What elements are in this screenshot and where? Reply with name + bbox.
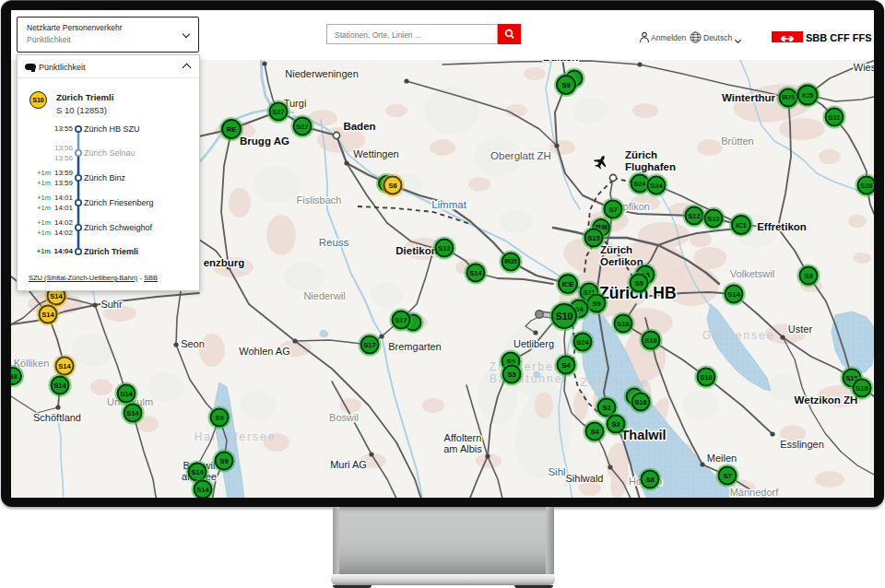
svg-text:enzburg: enzburg	[204, 257, 245, 268]
svg-text:Meilen: Meilen	[707, 453, 737, 464]
svg-text:S5: S5	[507, 370, 515, 379]
svg-text:Hallwilersee: Hallwilersee	[195, 430, 277, 443]
svg-text:Baden: Baden	[343, 121, 375, 132]
svg-text:Uster: Uster	[788, 323, 813, 335]
svg-text:S14: S14	[126, 409, 139, 417]
svg-text:Seon: Seon	[181, 338, 205, 349]
svg-text:am Albis: am Albis	[443, 443, 482, 454]
svg-text:S24: S24	[633, 180, 646, 188]
svg-text:S4: S4	[590, 428, 599, 436]
svg-text:S26: S26	[860, 182, 872, 190]
svg-text:Reuss: Reuss	[319, 237, 349, 248]
svg-text:Wettingen: Wettingen	[353, 148, 398, 159]
svg-text:S15: S15	[587, 234, 599, 242]
svg-text:S9: S9	[561, 81, 570, 89]
svg-text:Wies: Wies	[854, 62, 874, 73]
svg-text:S14: S14	[469, 269, 482, 277]
svg-text:S4: S4	[561, 361, 571, 370]
svg-text:Brugg AG: Brugg AG	[240, 135, 289, 147]
svg-text:Suhr: Suhr	[100, 299, 123, 310]
svg-text:S17: S17	[363, 341, 375, 349]
svg-text:S9: S9	[219, 457, 228, 465]
svg-text:Bremgarten: Bremgarten	[388, 341, 441, 352]
svg-text:S14: S14	[120, 390, 133, 398]
svg-text:S14: S14	[196, 486, 209, 494]
svg-text:S8: S8	[11, 372, 18, 381]
svg-text:S14: S14	[727, 290, 740, 299]
svg-text:Effretikon: Effretikon	[757, 221, 807, 232]
svg-text:Bülach: Bülach	[543, 60, 578, 63]
svg-text:Uetliberg: Uetliberg	[513, 338, 554, 349]
svg-text:Zürich: Zürich	[625, 149, 657, 160]
svg-text:Affoltern: Affoltern	[444, 432, 482, 443]
svg-text:S15: S15	[856, 384, 867, 393]
svg-text:Sihlwald: Sihlwald	[566, 473, 604, 484]
svg-text:Schöftland: Schöftland	[33, 412, 81, 423]
svg-text:Oerlikon: Oerlikon	[600, 256, 643, 267]
svg-text:S18: S18	[617, 320, 629, 328]
svg-text:Wohlen AG: Wohlen AG	[239, 346, 289, 357]
svg-text:S14: S14	[41, 311, 54, 319]
svg-text:S9: S9	[592, 300, 600, 308]
svg-text:IR35: IR35	[504, 258, 517, 265]
svg-text:Brütten: Brütten	[721, 135, 753, 147]
svg-text:Muri AG: Muri AG	[330, 459, 367, 470]
svg-text:Esslingen: Esslingen	[780, 439, 824, 450]
svg-text:S3: S3	[804, 272, 812, 280]
svg-text:S5: S5	[634, 279, 643, 288]
svg-text:ICE: ICE	[562, 280, 574, 288]
svg-text:S9: S9	[215, 414, 223, 422]
svg-text:IR75: IR75	[782, 94, 795, 100]
svg-text:Niederweningen: Niederweningen	[285, 68, 359, 79]
svg-text:Dietikon: Dietikon	[395, 245, 437, 256]
svg-text:Fislisbach: Fislisbach	[297, 194, 342, 206]
svg-text:Sihl: Sihl	[548, 466, 565, 477]
svg-text:S14: S14	[50, 292, 63, 300]
svg-text:S18: S18	[700, 373, 712, 382]
svg-text:S24: S24	[576, 338, 589, 347]
svg-text:S14: S14	[53, 382, 66, 390]
svg-text:Niederwil: Niederwil	[303, 290, 345, 301]
svg-text:IC1: IC1	[736, 221, 747, 229]
svg-text:Boswil: Boswil	[329, 412, 359, 423]
svg-text:S2: S2	[602, 404, 610, 412]
svg-text:Männedorf: Männedorf	[730, 487, 780, 498]
svg-text:S18: S18	[644, 336, 656, 345]
svg-text:Greifensee: Greifensee	[702, 329, 775, 342]
svg-text:Flughafen: Flughafen	[625, 161, 676, 172]
svg-text:Winterthur: Winterthur	[722, 92, 776, 103]
svg-text:S12: S12	[438, 244, 450, 253]
svg-text:S2: S2	[611, 420, 620, 429]
svg-text:S12: S12	[688, 212, 700, 220]
svg-text:S11: S11	[829, 113, 841, 122]
svg-text:S12: S12	[707, 215, 719, 223]
svg-text:Thalwil: Thalwil	[620, 428, 666, 442]
svg-text:S24: S24	[650, 182, 663, 190]
svg-text:S8: S8	[645, 476, 654, 484]
svg-text:Volketswil: Volketswil	[730, 268, 774, 279]
svg-text:S7: S7	[723, 472, 731, 480]
svg-text:S7: S7	[608, 206, 617, 214]
svg-text:Wetzikon ZH: Wetzikon ZH	[795, 394, 858, 406]
svg-text:Oberglatt ZH: Oberglatt ZH	[490, 150, 551, 161]
svg-text:Zürich: Zürich	[600, 244, 632, 255]
svg-text:S14: S14	[191, 468, 204, 476]
svg-text:S14: S14	[58, 362, 71, 370]
svg-text:RE: RE	[227, 125, 236, 134]
svg-text:S17: S17	[395, 316, 407, 324]
svg-text:IC5: IC5	[802, 91, 813, 100]
svg-text:S27: S27	[296, 123, 308, 131]
svg-text:S27: S27	[272, 108, 284, 116]
svg-text:S6: S6	[388, 182, 396, 190]
svg-text:S10: S10	[556, 311, 573, 322]
svg-text:Limmat: Limmat	[431, 199, 467, 210]
svg-text:S16: S16	[634, 398, 646, 406]
